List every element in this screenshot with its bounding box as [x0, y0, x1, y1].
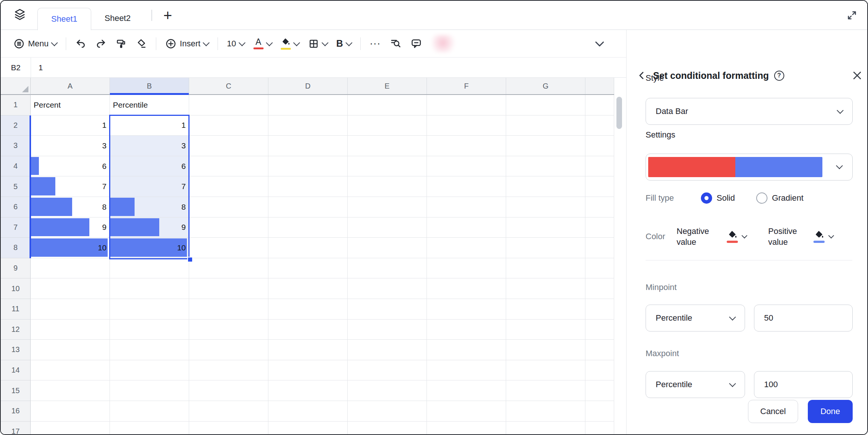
- cell[interactable]: [585, 278, 614, 299]
- tab-sheet1[interactable]: Sheet1: [37, 8, 91, 30]
- cell[interactable]: [427, 156, 506, 177]
- cell[interactable]: 1: [31, 115, 110, 136]
- cell[interactable]: [268, 401, 348, 422]
- maxpoint-value-input[interactable]: [754, 371, 853, 398]
- cell[interactable]: [31, 380, 110, 401]
- cell[interactable]: [348, 360, 427, 381]
- cell[interactable]: [427, 320, 506, 340]
- cell[interactable]: [189, 278, 268, 299]
- cell[interactable]: [348, 95, 427, 115]
- column-header-D[interactable]: D: [268, 78, 348, 94]
- cell[interactable]: 10: [31, 238, 110, 258]
- cell[interactable]: [585, 197, 614, 218]
- cell[interactable]: [268, 278, 348, 299]
- row-header-4[interactable]: 4: [1, 156, 31, 177]
- cell[interactable]: 8: [31, 197, 110, 218]
- chevron-down-icon[interactable]: [742, 233, 748, 239]
- cell[interactable]: [427, 176, 506, 197]
- more-button[interactable]: ···: [365, 34, 385, 53]
- column-header[interactable]: [585, 78, 614, 94]
- cell[interactable]: [585, 320, 614, 340]
- menu-button[interactable]: Menu: [9, 34, 61, 53]
- cell[interactable]: 8: [110, 197, 189, 218]
- select-all-corner[interactable]: [1, 78, 31, 95]
- row-header-3[interactable]: 3: [1, 136, 31, 156]
- cell[interactable]: [110, 340, 189, 360]
- cell[interactable]: [110, 258, 189, 279]
- cell[interactable]: [348, 218, 427, 238]
- radio-gradient[interactable]: [756, 192, 767, 204]
- cell[interactable]: [110, 278, 189, 299]
- paint-format-button[interactable]: [111, 34, 131, 53]
- done-button[interactable]: Done: [808, 400, 853, 423]
- cell[interactable]: [427, 238, 506, 258]
- fill-color-button[interactable]: [276, 34, 304, 53]
- column-header-E[interactable]: E: [348, 78, 427, 94]
- minpoint-type-select[interactable]: Percentile: [646, 305, 745, 331]
- font-color-button[interactable]: A: [249, 34, 276, 53]
- expand-window-icon[interactable]: [846, 10, 858, 21]
- column-header-B[interactable]: B: [110, 78, 189, 94]
- cell[interactable]: [506, 176, 585, 197]
- row-header-9[interactable]: 9: [1, 258, 31, 279]
- insert-button[interactable]: Insert: [161, 34, 213, 53]
- cell[interactable]: [268, 340, 348, 360]
- cell[interactable]: [506, 299, 585, 320]
- cell[interactable]: [348, 115, 427, 136]
- cell[interactable]: [585, 360, 614, 381]
- cell[interactable]: [31, 401, 110, 422]
- cell[interactable]: [31, 340, 110, 360]
- cell[interactable]: [348, 258, 427, 279]
- cell[interactable]: [506, 156, 585, 177]
- cell[interactable]: [31, 258, 110, 279]
- tab-sheet2[interactable]: Sheet2: [91, 7, 144, 30]
- cell[interactable]: [268, 115, 348, 136]
- cell[interactable]: [189, 156, 268, 177]
- cell[interactable]: [268, 380, 348, 401]
- cell[interactable]: [189, 422, 268, 435]
- cell[interactable]: [189, 95, 268, 115]
- clear-format-button[interactable]: [131, 34, 151, 53]
- cell[interactable]: [348, 299, 427, 320]
- negative-color-button[interactable]: [726, 230, 739, 243]
- cell[interactable]: [585, 136, 614, 156]
- cell[interactable]: 9: [110, 218, 189, 238]
- column-header-G[interactable]: G: [506, 78, 585, 94]
- cell[interactable]: [110, 360, 189, 381]
- cell[interactable]: [189, 218, 268, 238]
- positive-color-button[interactable]: [813, 230, 825, 243]
- selection-fill-handle[interactable]: [187, 257, 193, 262]
- cell[interactable]: [268, 258, 348, 279]
- add-sheet-button[interactable]: +: [160, 8, 176, 23]
- cell[interactable]: [110, 401, 189, 422]
- cell[interactable]: [427, 136, 506, 156]
- cell[interactable]: [506, 258, 585, 279]
- cell[interactable]: [506, 278, 585, 299]
- cell[interactable]: [189, 197, 268, 218]
- cell[interactable]: [348, 320, 427, 340]
- row-header-5[interactable]: 5: [1, 176, 31, 197]
- cell[interactable]: 3: [31, 136, 110, 156]
- cell[interactable]: [585, 218, 614, 238]
- column-header-A[interactable]: A: [31, 78, 110, 94]
- cell[interactable]: [189, 258, 268, 279]
- row-header-15[interactable]: 15: [1, 380, 31, 401]
- cell[interactable]: [506, 401, 585, 422]
- cell[interactable]: [268, 422, 348, 435]
- cell[interactable]: [506, 360, 585, 381]
- cell[interactable]: [110, 299, 189, 320]
- cell[interactable]: [31, 422, 110, 435]
- maxpoint-type-select[interactable]: Percentile: [646, 371, 745, 398]
- cell[interactable]: [427, 115, 506, 136]
- cell[interactable]: [348, 176, 427, 197]
- cell[interactable]: [268, 299, 348, 320]
- undo-button[interactable]: [71, 34, 91, 53]
- cell[interactable]: [189, 136, 268, 156]
- cell[interactable]: 7: [110, 176, 189, 197]
- row-header-1[interactable]: 1: [1, 95, 31, 115]
- cell[interactable]: [506, 320, 585, 340]
- cell[interactable]: [110, 422, 189, 435]
- cell[interactable]: [585, 340, 614, 360]
- cell[interactable]: [189, 380, 268, 401]
- cell[interactable]: [268, 238, 348, 258]
